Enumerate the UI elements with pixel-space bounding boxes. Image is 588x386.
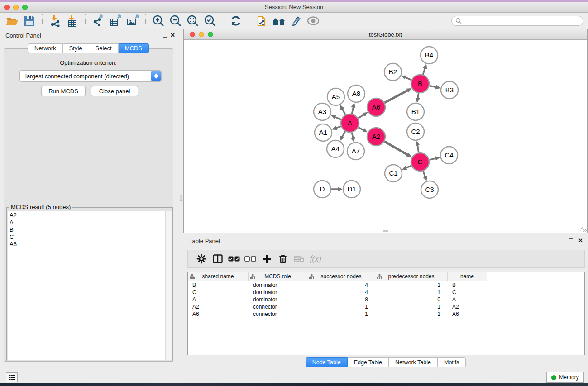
result-list-item[interactable]: A2 — [10, 212, 165, 219]
table-cell[interactable]: dominator — [249, 289, 307, 296]
show-columns-button[interactable] — [210, 252, 226, 266]
show-panels-button[interactable] — [6, 372, 18, 382]
table-cell[interactable]: 0 — [375, 296, 448, 303]
add-row-button[interactable] — [258, 252, 275, 266]
network-window-titlebar[interactable]: testGlobe.txt — [184, 29, 587, 40]
table-row[interactable]: Cdominator41C — [188, 289, 584, 296]
graph-edge-C-C3[interactable] — [423, 171, 425, 177]
first-neighbors-button[interactable] — [271, 14, 287, 28]
duplicate-network-button[interactable] — [254, 14, 269, 28]
network-canvas[interactable]: B4B2BB3A5A8A6B1A3AC2A1A2A4A7C4CC1C3DD1 — [184, 40, 587, 230]
graph-edge-A-A3[interactable] — [335, 117, 341, 119]
tab-edge-table[interactable]: Edge Table — [348, 357, 389, 367]
table-cell[interactable]: B — [188, 281, 249, 289]
result-list-item[interactable]: C — [10, 234, 165, 241]
graph-edge-C-C1[interactable] — [406, 166, 411, 168]
graph-edge-A-A5[interactable] — [342, 109, 345, 115]
network-graph[interactable]: B4B2BB3A5A8A6B1A3AC2A1A2A4A7C4CC1C3DD1 — [184, 40, 587, 230]
hide-annotations-button[interactable] — [288, 14, 304, 28]
graph-edge-A2-C[interactable] — [384, 141, 408, 155]
graph-edge-A-A4[interactable] — [342, 131, 345, 137]
tab-network-table[interactable]: Network Table — [389, 357, 438, 367]
graph-node-A7[interactable]: A7 — [347, 143, 364, 160]
table-cell[interactable]: dominator — [249, 296, 307, 303]
graph-edge-B-B3[interactable] — [430, 86, 437, 87]
refresh-button[interactable] — [228, 14, 244, 28]
table-cell[interactable]: C — [448, 289, 487, 296]
graph-node-B2[interactable]: B2 — [384, 63, 402, 81]
table-cell[interactable]: A6 — [188, 310, 249, 318]
table-cell[interactable]: connector — [249, 303, 307, 310]
search-input[interactable] — [462, 18, 575, 24]
graph-node-B[interactable]: B — [411, 75, 429, 93]
tab-motifs[interactable]: Motifs — [438, 357, 466, 367]
save-button[interactable] — [22, 14, 37, 28]
tab-mcds[interactable]: MCDS — [119, 43, 149, 53]
table-cell[interactable]: A — [448, 296, 487, 303]
column-header-predecessor-nodes[interactable]: predecessor nodes — [375, 272, 448, 281]
table-row[interactable]: A2connector11A2 — [188, 303, 584, 310]
export-network-button[interactable] — [91, 14, 106, 28]
graph-edge-C-C4[interactable] — [429, 158, 436, 160]
graph-node-A6[interactable]: A6 — [367, 98, 385, 116]
graph-edge-C-C2[interactable] — [417, 145, 419, 153]
column-header-shared-name[interactable]: shared name — [188, 272, 249, 281]
zoom-in-button[interactable] — [151, 14, 166, 28]
table-cell[interactable]: 1 — [375, 289, 448, 296]
graph-edge-A-A7[interactable] — [352, 133, 353, 138]
tab-style[interactable]: Style — [63, 43, 89, 53]
zoom-out-button[interactable] — [168, 14, 183, 28]
graph-node-A1[interactable]: A1 — [315, 124, 332, 141]
close-table-panel-icon[interactable]: ✕ — [578, 237, 583, 244]
table-cell[interactable]: 4 — [307, 281, 375, 289]
column-header-MCDS-role[interactable]: MCDS role — [249, 272, 307, 281]
graph-node-A4[interactable]: A4 — [327, 140, 344, 157]
zoom-fit-button[interactable] — [185, 14, 201, 28]
close-panel-icon[interactable]: ✕ — [170, 32, 175, 38]
export-table-button[interactable] — [108, 14, 123, 28]
table-cell[interactable]: A2 — [188, 303, 249, 310]
table-cell[interactable]: dominator — [249, 281, 307, 289]
table-row[interactable]: Adominator80A — [188, 296, 584, 303]
search-field[interactable] — [451, 16, 583, 26]
graph-node-C2[interactable]: C2 — [407, 123, 424, 140]
tab-node-table[interactable]: Node Table — [306, 357, 348, 367]
network-hscrollbar[interactable] — [184, 230, 587, 232]
deselect-all-button[interactable] — [242, 252, 258, 266]
result-list-item[interactable]: B — [10, 226, 165, 234]
column-header-name[interactable]: name — [448, 272, 487, 281]
graph-node-C1[interactable]: C1 — [385, 165, 402, 182]
import-table-button[interactable] — [65, 14, 80, 28]
table-cell[interactable]: C — [188, 289, 249, 296]
close-panel-button[interactable]: Close panel — [91, 86, 138, 96]
tab-network[interactable]: Network — [28, 43, 63, 53]
float-panel-icon[interactable] — [163, 33, 167, 38]
table-cell[interactable]: 4 — [307, 289, 375, 296]
table-cell[interactable]: 1 — [375, 310, 448, 318]
table-cell[interactable]: 1 — [307, 310, 375, 318]
table-cell[interactable]: 1 — [375, 281, 448, 289]
table-cell[interactable]: 8 — [307, 296, 375, 303]
graph-node-B3[interactable]: B3 — [441, 81, 458, 99]
mcds-result-list[interactable]: A2ABCA6 — [8, 211, 166, 360]
graph-node-B1[interactable]: B1 — [407, 103, 424, 120]
split-divider-handle[interactable] — [180, 195, 182, 201]
tab-select[interactable]: Select — [89, 43, 119, 53]
delete-row-button[interactable] — [275, 252, 291, 266]
zoom-selected-button[interactable] — [202, 14, 218, 28]
graph-node-C3[interactable]: C3 — [421, 181, 438, 198]
graph-edge-A6-B[interactable] — [385, 90, 408, 103]
graph-edge-A-A6[interactable] — [358, 114, 364, 118]
graph-edge-B-B1[interactable] — [418, 93, 419, 99]
result-list-item[interactable]: A6 — [10, 241, 165, 248]
open-button[interactable] — [5, 14, 20, 28]
graph-node-A5[interactable]: A5 — [327, 88, 344, 105]
table-row[interactable]: A6connector11A6 — [188, 310, 584, 318]
select-all-button[interactable] — [226, 252, 242, 266]
graph-node-A2[interactable]: A2 — [367, 128, 385, 146]
column-header-successor-nodes[interactable]: successor nodes — [307, 272, 375, 281]
table-cell[interactable]: 1 — [375, 303, 448, 310]
import-network-button[interactable] — [48, 14, 63, 28]
table-cell[interactable]: A6 — [448, 310, 487, 318]
export-image-button[interactable] — [125, 14, 140, 28]
